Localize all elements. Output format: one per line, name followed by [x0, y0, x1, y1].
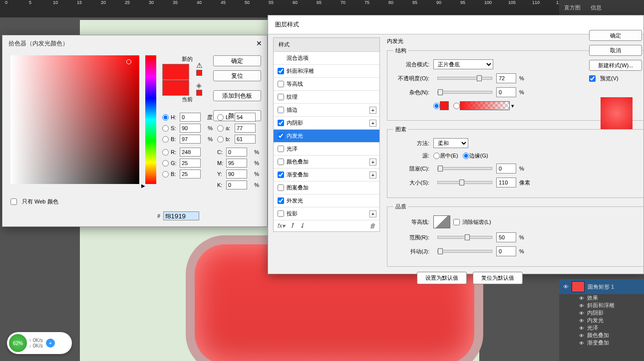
size-field[interactable]	[496, 178, 516, 187]
contour-picker[interactable]	[433, 215, 450, 228]
y-field[interactable]	[226, 170, 247, 179]
swatch-current[interactable]	[162, 80, 189, 96]
style-checkbox[interactable]	[278, 159, 284, 165]
trash-icon[interactable]: 🗑	[369, 222, 375, 229]
blend-mode-select[interactable]: 正片叠底	[433, 59, 493, 69]
size-slider[interactable]	[437, 181, 492, 184]
set-default-button[interactable]: 设置为默认值	[417, 272, 467, 284]
noise-slider[interactable]	[437, 91, 492, 94]
reset-button[interactable]: 复位	[213, 70, 261, 81]
noise-field[interactable]	[496, 87, 516, 97]
style-checkbox[interactable]	[278, 210, 284, 217]
style-row[interactable]: 斜面和浮雕	[274, 65, 379, 78]
choke-field[interactable]	[496, 164, 516, 174]
plus-icon[interactable]: +	[369, 120, 376, 127]
web-only-checkbox[interactable]	[10, 198, 17, 205]
visibility-icon[interactable]	[579, 325, 584, 331]
radio-r[interactable]	[162, 149, 169, 156]
source-center-radio[interactable]	[433, 153, 440, 159]
glow-gradient[interactable]	[460, 101, 510, 110]
radio-b[interactable]	[162, 136, 169, 143]
m-field[interactable]	[226, 159, 247, 168]
new-style-button[interactable]: 新建样式(W)...	[589, 60, 642, 71]
style-checkbox[interactable]	[278, 184, 284, 191]
websafe-icon[interactable]: ◈	[196, 81, 202, 97]
range-field[interactable]	[496, 232, 516, 242]
hex-field[interactable]	[163, 211, 199, 220]
visibility-icon[interactable]	[563, 284, 569, 290]
visibility-icon[interactable]	[579, 318, 584, 324]
style-row[interactable]: 光泽	[274, 143, 379, 156]
radio-l[interactable]	[217, 114, 224, 121]
k-field[interactable]	[226, 180, 247, 189]
radio-s[interactable]	[162, 125, 169, 132]
tab-histogram[interactable]: 直方图	[559, 4, 586, 11]
color-cursor[interactable]	[126, 59, 131, 64]
range-slider[interactable]	[437, 236, 492, 239]
glow-grad-radio[interactable]	[453, 103, 460, 109]
down-arrow-icon[interactable]: 🠗	[299, 222, 305, 229]
style-checkbox[interactable]	[278, 146, 284, 152]
visibility-icon[interactable]	[579, 333, 584, 339]
style-row[interactable]: 投影+	[274, 207, 379, 220]
layer-thumb[interactable]	[572, 281, 585, 292]
b2-field[interactable]	[180, 170, 201, 179]
b-field[interactable]	[180, 135, 201, 144]
jitter-slider[interactable]	[437, 250, 492, 253]
style-row[interactable]: 外发光	[274, 194, 379, 207]
ok-button[interactable]: 确定	[589, 30, 642, 41]
tab-info[interactable]: 信息	[586, 4, 607, 11]
style-row[interactable]: 内阴影+	[274, 117, 379, 130]
style-checkbox[interactable]	[278, 107, 284, 113]
style-row[interactable]: 颜色叠加+	[274, 156, 379, 169]
r-field[interactable]	[180, 148, 201, 157]
swatch-new[interactable]	[162, 64, 189, 80]
style-row[interactable]: 图案叠加	[274, 181, 379, 194]
hue-slider[interactable]	[145, 55, 156, 184]
style-row[interactable]: 纹理	[274, 91, 379, 104]
gamut-warning-icon[interactable]: ⚠	[196, 61, 203, 77]
cancel-button[interactable]: 取消	[589, 45, 642, 56]
visibility-icon[interactable]	[579, 295, 584, 301]
c-field[interactable]	[226, 148, 247, 157]
a-field[interactable]	[235, 124, 256, 133]
radio-h[interactable]	[162, 114, 169, 121]
lab-b-field[interactable]	[235, 135, 256, 144]
jitter-field[interactable]	[496, 246, 516, 256]
reset-default-button[interactable]: 复位为默认值	[473, 272, 523, 284]
style-checkbox[interactable]	[278, 120, 284, 126]
style-checkbox[interactable]	[278, 94, 284, 100]
style-checkbox[interactable]	[278, 172, 284, 178]
choke-slider[interactable]	[437, 167, 492, 170]
s-field[interactable]	[180, 124, 201, 133]
style-row[interactable]: 渐变叠加+	[274, 169, 379, 181]
style-row[interactable]: 描边+	[274, 104, 379, 117]
source-edge-radio[interactable]	[463, 153, 469, 159]
plus-icon[interactable]: +	[369, 172, 376, 179]
h-field[interactable]	[180, 113, 201, 122]
fx-icon[interactable]: fx▾	[278, 222, 285, 229]
glow-color-radio[interactable]	[433, 103, 440, 109]
radio-lab-b[interactable]	[217, 136, 224, 143]
opacity-field[interactable]	[496, 73, 516, 83]
radio-a[interactable]	[217, 125, 224, 132]
antialias-checkbox[interactable]	[453, 219, 460, 225]
visibility-icon[interactable]	[579, 303, 584, 309]
radio-g[interactable]	[162, 160, 169, 167]
up-arrow-icon[interactable]: 🠕	[289, 222, 295, 229]
layer-row[interactable]: 圆角矩形 1	[559, 279, 644, 294]
visibility-icon[interactable]	[579, 310, 584, 316]
style-checkbox[interactable]	[278, 81, 284, 87]
style-checkbox[interactable]	[278, 197, 284, 204]
plus-icon[interactable]: +	[369, 210, 376, 217]
visibility-icon[interactable]	[579, 340, 584, 346]
opacity-slider[interactable]	[437, 77, 492, 80]
close-icon[interactable]: ✕	[256, 39, 262, 47]
g-field[interactable]	[180, 159, 201, 168]
add-swatch-button[interactable]: 添加到色板	[213, 90, 261, 101]
network-widget[interactable]: 62% ↑ 0K/s ↓ 0K/s +	[7, 332, 72, 354]
style-row[interactable]: 内发光	[274, 130, 379, 143]
plus-icon[interactable]: +	[369, 107, 376, 114]
preview-checkbox[interactable]	[589, 75, 596, 82]
plus-icon[interactable]: +	[46, 339, 55, 348]
